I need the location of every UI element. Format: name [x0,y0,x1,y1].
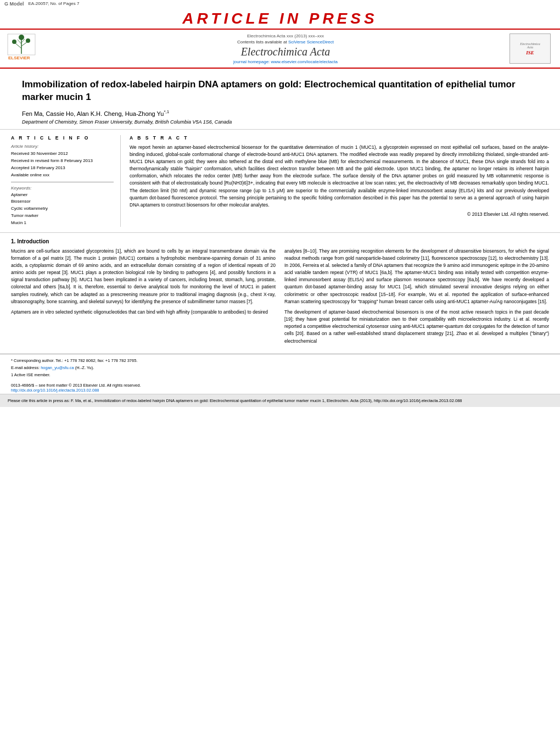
article-title: Immobilization of redox-labeled hairpin … [22,79,538,104]
history-label: Article history: [11,144,114,149]
journal-name: Electrochimica Acta [61,46,509,58]
doi-label: EA-20057; No. of Pages 7 [29,1,80,6]
issn-text: 0013-4686/$ – see front matter © 2013 El… [11,383,549,388]
article-affiliation: Department of Chemistry, Simon Fraser Un… [22,119,538,125]
author-sup: *,1 [164,109,169,114]
article-info-abstract-section: A R T I C L E I N F O Article history: R… [0,130,560,233]
aip-text: ARTICLE IN PRESS [0,10,560,27]
keywords-label: Keywords: [11,186,114,191]
footnote-email: E-mail address: hogan_yu@sfu.ca (H.-Z. Y… [11,365,549,371]
article-authors: Fen Ma, Cassie Ho, Alan K.H. Cheng, Hua-… [22,109,538,117]
elsevier-logo: ELSEVIER [7,33,61,64]
article-in-press-banner: ARTICLE IN PRESS [0,7,560,30]
svg-point-7 [12,40,16,44]
intro-two-col: Mucins are cell-surface associated glyco… [11,248,549,348]
issn-line: 0013-4686/$ – see front matter © 2013 El… [0,382,560,394]
bottom-citation-bar: Please cite this article in press as: F.… [0,394,560,407]
authors-text: Fen Ma, Cassie Ho, Alan K.H. Cheng, Hua-… [22,110,164,117]
sciverse-line: Contents lists available at SciVerse Sci… [61,40,509,44]
keyword-aptamer: Aptamer [11,192,114,199]
journal-logo-area: Electrochimica Acta ISE [509,34,553,64]
info-divider [11,182,114,182]
article-info-col: A R T I C L E I N F O Article history: R… [11,135,121,227]
article-info-heading: A R T I C L E I N F O [11,135,114,141]
abstract-heading: A B S T R A C T [130,135,549,141]
doi-top-line: Electrochimica Acta xxx (2013) xxx–xxx [61,34,509,38]
svg-line-3 [21,42,27,46]
keyword-cyclic: Cyclic voltammetry [11,205,114,213]
revised-date: Received in revised form 8 February 2013 [11,158,114,164]
email-name: (H.-Z. Yu). [75,365,94,370]
article-title-section: Immobilization of redox-labeled hairpin … [0,69,560,130]
online-date: Available online xxx [11,172,114,178]
keyword-biosensor: Biosensor [11,198,114,205]
intro-col2-para1: analytes [8–10]. They are promising reco… [284,248,549,305]
footnote-corresponding: * Corresponding author. Tel.: +1 778 782… [11,358,549,364]
abstract-col: A B S T R A C T We report herein an apta… [130,135,549,227]
intro-number: 1. [11,238,15,244]
keyword-tumor: Tumor marker [11,213,114,220]
intro-title: Introduction [17,238,49,244]
svg-point-6 [19,35,24,40]
svg-point-8 [26,38,30,43]
keyword-mucin: Mucin 1 [11,220,114,227]
svg-line-4 [18,40,21,44]
gmodel-line: G Model EA-20057; No. of Pages 7 [0,0,560,7]
journal-center-info: Electrochimica Acta xxx (2013) xxx–xxx C… [61,34,509,64]
svg-text:ELSEVIER: ELSEVIER [8,55,30,60]
intro-col2: analytes [8–10]. They are promising reco… [284,248,549,348]
body-section: 1. Introduction Mucins are cell-surface … [0,233,560,354]
email-link[interactable]: hogan_yu@sfu.ca [41,365,74,370]
footnote-ise: 1 Active ISE member. [11,372,549,378]
doi-link[interactable]: http://dx.doi.org/10.1016/j.electacta.20… [11,388,549,393]
received-date: Received 30 November 2012 [11,150,114,157]
abstract-text: We report herein an aptamer-based electr… [130,144,549,219]
gmodel-label: G Model [4,1,24,7]
citation-text: Please cite this article in press as: F.… [8,398,462,403]
sciverse-link[interactable]: SciVerse ScienceDirect [288,40,334,44]
journal-logo-box: Electrochimica Acta ISE [509,34,551,64]
abstract-body: We report herein an aptamer-based electr… [130,144,549,208]
intro-col1: Mucins are cell-surface associated glyco… [11,248,276,348]
accepted-date: Accepted 18 February 2013 [11,165,114,171]
intro-heading: 1. Introduction [11,238,549,244]
intro-col1-para1: Mucins are cell-surface associated glyco… [11,248,276,305]
journal-homepage[interactable]: journal homepage: www.elsevier.com/locat… [61,59,509,64]
copyright-line: © 2013 Elsevier Ltd. All rights reserved… [130,211,549,218]
svg-line-2 [15,43,21,48]
intro-col2-para2: The development of aptamer-based electro… [284,309,549,345]
intro-col1-para2: Aptamers are in vitro selected synthetic… [11,309,276,316]
footnotes-area: * Corresponding author. Tel.: +1 778 782… [0,354,560,382]
journal-header: ELSEVIER Electrochimica Acta xxx (2013) … [0,30,560,69]
